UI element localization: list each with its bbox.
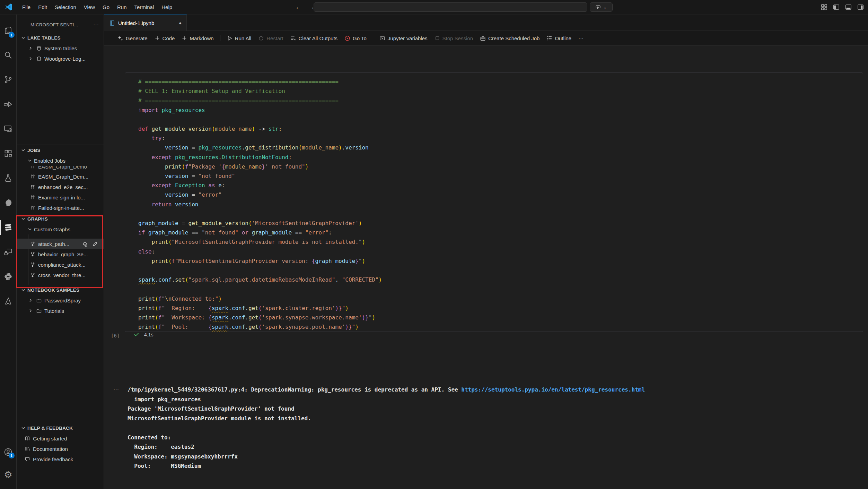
activity-sentinel[interactable]	[0, 215, 17, 240]
code-line	[138, 115, 859, 124]
activity-extensions[interactable]	[0, 141, 17, 166]
run-all-button[interactable]: Run All	[223, 34, 255, 43]
tree-item-label: attack_path...	[38, 241, 69, 247]
activity-onelake[interactable]	[0, 190, 17, 215]
tree-item-graph-cross-vendor[interactable]: cross_vendor_thre...	[17, 270, 104, 280]
tree-group-custom-graphs[interactable]: Custom Graphs	[17, 224, 104, 234]
add-markdown-cell-button[interactable]: Markdown	[178, 34, 217, 43]
section-lake-tables[interactable]: LAKE TABLES	[17, 33, 104, 43]
activity-explorer[interactable]: 1	[0, 18, 17, 43]
restart-button[interactable]: Restart	[255, 34, 287, 43]
chevron-right-icon	[28, 45, 33, 51]
menu-run[interactable]: Run	[113, 3, 131, 11]
jupyter-variables-button[interactable]: Jupyter Variables	[376, 34, 431, 43]
tree-item-job-easm[interactable]: EASM_Graph_Dem...	[17, 171, 104, 182]
sidebar-microsoft-sentinel: MICROSOFT SENTI... ⋯ LAKE TABLES System …	[17, 15, 104, 489]
menu-terminal[interactable]: Terminal	[131, 3, 158, 11]
clear-all-outputs-button[interactable]: Clear All Outputs	[287, 34, 341, 43]
menu-help[interactable]: Help	[158, 3, 176, 11]
activity-source-control[interactable]	[0, 67, 17, 92]
chevron-down-icon: ⌄	[603, 5, 607, 10]
tree-item-job-clipped[interactable]: EASM_Graph_Demo	[17, 166, 104, 171]
tree-item-job-failed[interactable]: Failed-sign-in-atte...	[17, 203, 104, 213]
menu-view[interactable]: View	[80, 3, 99, 11]
section-graphs[interactable]: GRAPHS	[17, 214, 104, 224]
graph-icon	[30, 262, 35, 267]
create-scheduled-job-button[interactable]: Create Scheduled Job	[476, 34, 543, 43]
activity-testing[interactable]	[0, 166, 17, 190]
add-code-cell-button[interactable]: Code	[151, 34, 178, 43]
stop-session-button[interactable]: Stop Session	[431, 34, 476, 43]
graph-icon	[30, 241, 35, 247]
code-line: graph_module = get_module_version('Micro…	[138, 218, 859, 228]
code-line: print(f" Pool: {spark.conf.get('spark.sy…	[138, 322, 859, 332]
tree-group-label: Custom Graphs	[34, 226, 70, 232]
tree-item-label: Examine sign-in lo...	[38, 195, 85, 200]
azure-icon	[3, 297, 13, 306]
output-more-actions[interactable]: ⋯	[113, 386, 119, 393]
tree-item-graph-attack-path[interactable]: attack_path...	[17, 239, 104, 249]
outline-icon	[546, 35, 552, 41]
tree-item-graph-compliance[interactable]: compliance_attack...	[17, 259, 104, 270]
toolbar-more-button[interactable]: ⋯	[575, 33, 587, 43]
tree-item-label: cross_vendor_thre...	[38, 272, 86, 278]
menu-go[interactable]: Go	[99, 3, 113, 11]
code-line: return version	[138, 200, 859, 209]
menu-selection[interactable]: Selection	[51, 3, 80, 11]
tree-item-graph-behavior[interactable]: behavior_graph_Se...	[17, 249, 104, 259]
tree-item-passwordspray[interactable]: PasswordSpray	[17, 295, 104, 306]
output-text[interactable]: /tmp/ipykernel_5449/3206367617.py:4: Dep…	[128, 385, 865, 471]
go-to-button[interactable]: Go To	[341, 34, 370, 43]
menu-file[interactable]: File	[18, 3, 34, 11]
code-line: if graph_module == "not found" or graph_…	[138, 228, 859, 237]
search-icon	[3, 50, 13, 60]
tree-item-job-examine[interactable]: Examine sign-in lo...	[17, 192, 104, 203]
accounts-button[interactable]: 1	[0, 440, 17, 463]
customize-layout-icon[interactable]	[821, 4, 827, 10]
cell-code[interactable]: # ======================================…	[138, 77, 859, 332]
tree-item-woodgrove-log[interactable]: Woodgrove-Log...	[17, 53, 104, 64]
dirty-indicator-icon[interactable]: ●	[179, 20, 182, 26]
cloud-download-icon[interactable]	[82, 241, 88, 247]
tree-item-label: System tables	[44, 45, 77, 51]
edit-pencil-icon[interactable]	[92, 241, 98, 247]
toggle-primary-sidebar-icon[interactable]	[833, 4, 840, 10]
code-line: version = pkg_resources.get_distribution…	[138, 143, 859, 152]
generate-button[interactable]: Generate	[114, 34, 151, 43]
activity-azure[interactable]	[0, 289, 17, 314]
outline-button[interactable]: Outline	[543, 34, 575, 43]
tab-untitled-1-ipynb[interactable]: Untitled-1.ipynb ●	[104, 15, 187, 31]
tree-group-enabled-jobs[interactable]: Enabled Jobs	[17, 155, 104, 166]
toggle-secondary-sidebar-icon[interactable]	[857, 4, 864, 10]
code-line: Region: eastus2	[128, 442, 865, 452]
editor-area: Untitled-1.ipynb ● Generate Code Markdow…	[104, 15, 868, 489]
activity-security-copilot[interactable]	[0, 240, 17, 264]
lock-chat-icon	[3, 247, 13, 257]
help-getting-started[interactable]: Getting started	[17, 433, 104, 444]
explorer-badge: 1	[9, 32, 15, 38]
toggle-panel-icon[interactable]	[845, 4, 852, 10]
section-help-feedback[interactable]: HELP & FEEDBACK	[17, 423, 104, 433]
notebook-scroll-area[interactable]: # ======================================…	[104, 46, 868, 489]
tree-item-system-tables[interactable]: System tables	[17, 43, 104, 53]
navigate-back-icon[interactable]: ←	[295, 3, 302, 11]
code-line: try:	[138, 134, 859, 143]
help-item-label: Documentation	[33, 446, 68, 452]
sidebar-more-actions[interactable]: ⋯	[93, 22, 99, 28]
help-provide-feedback[interactable]: Provide feedback	[17, 454, 104, 464]
command-center-search[interactable]	[314, 2, 587, 12]
section-notebook-samples[interactable]: NOTEBOOK SAMPLES	[17, 285, 104, 295]
activity-search[interactable]	[0, 43, 17, 67]
tree-item-job-enhanced[interactable]: enhanced_e2e_sec...	[17, 182, 104, 192]
activity-python[interactable]	[0, 264, 17, 289]
help-documentation[interactable]: Documentation	[17, 444, 104, 454]
tree-item-tutorials[interactable]: Tutorials	[17, 306, 104, 316]
copilot-menu-button[interactable]: ⌄	[590, 2, 613, 12]
section-jobs[interactable]: JOBS	[17, 145, 104, 155]
code-cell[interactable]: # ======================================…	[125, 72, 863, 332]
activity-run-debug[interactable]	[0, 92, 17, 117]
code-line: # CELL 1: Environment Setup and Verifica…	[138, 86, 859, 96]
activity-remote-explorer[interactable]	[0, 117, 17, 141]
settings-button[interactable]: ⚙	[0, 463, 17, 486]
menu-edit[interactable]: Edit	[34, 3, 51, 11]
